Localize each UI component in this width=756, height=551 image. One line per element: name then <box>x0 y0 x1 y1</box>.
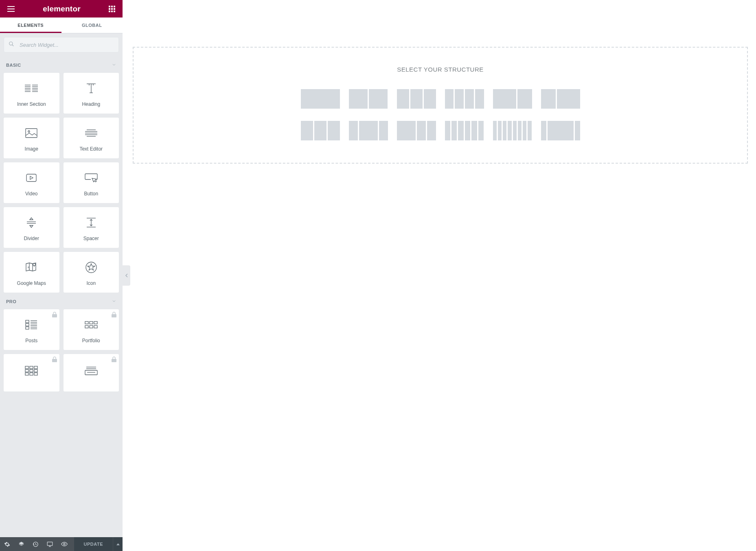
structure-column <box>523 121 526 140</box>
structure-option[interactable] <box>445 121 484 140</box>
widget-divider[interactable]: Divider <box>4 207 59 248</box>
widget-text-editor[interactable]: Text Editor <box>64 118 119 158</box>
svg-rect-58 <box>26 327 29 329</box>
svg-rect-70 <box>30 366 33 369</box>
tab-global[interactable]: GLOBAL <box>61 17 123 33</box>
update-options-button[interactable] <box>113 537 123 551</box>
structure-column <box>465 89 474 109</box>
slides-icon <box>85 363 98 378</box>
svg-rect-55 <box>26 324 29 326</box>
preview-button[interactable] <box>57 537 71 551</box>
widget-gallery[interactable] <box>4 354 59 391</box>
structure-option[interactable] <box>349 121 388 140</box>
spacer-icon <box>86 215 96 230</box>
svg-rect-75 <box>25 373 28 375</box>
widget-google-maps[interactable]: 8 Google Maps <box>4 252 59 293</box>
widget-label: Video <box>25 191 37 197</box>
widget-button[interactable]: Button <box>64 162 119 203</box>
structure-column <box>445 121 450 140</box>
svg-point-30 <box>28 131 30 132</box>
structure-row <box>301 89 580 109</box>
structure-column <box>541 89 556 109</box>
structure-column <box>349 121 358 140</box>
svg-rect-62 <box>85 321 88 324</box>
svg-rect-72 <box>25 370 28 372</box>
structure-option[interactable] <box>301 121 340 140</box>
widget-video[interactable]: Video <box>4 162 59 203</box>
widget-heading[interactable]: Heading <box>64 73 119 114</box>
widget-posts[interactable]: Posts <box>4 309 59 350</box>
category-pro-header[interactable]: PRO <box>4 293 119 309</box>
structure-column <box>369 89 388 109</box>
structure-option[interactable] <box>493 121 532 140</box>
structure-column <box>397 121 416 140</box>
menu-button[interactable] <box>5 4 17 14</box>
svg-rect-36 <box>26 174 36 181</box>
lock-icon <box>112 312 116 319</box>
widget-label: Posts <box>25 338 37 343</box>
panel-header: elementor <box>0 0 123 17</box>
svg-rect-1 <box>7 9 15 9</box>
structure-column <box>557 89 580 109</box>
structure-column <box>475 89 484 109</box>
collapse-panel-button[interactable] <box>123 265 130 286</box>
history-button[interactable] <box>28 537 43 551</box>
structure-option[interactable] <box>349 89 388 109</box>
svg-rect-68 <box>52 359 57 362</box>
svg-rect-71 <box>34 366 37 369</box>
widget-inner-section[interactable]: Inner Section <box>4 73 59 114</box>
search-wrap <box>0 33 123 56</box>
widget-image[interactable]: Image <box>4 118 59 158</box>
panel-body: BASIC Inner Section Heading Image Text E… <box>0 56 123 537</box>
responsive-button[interactable] <box>43 537 57 551</box>
widget-spacer[interactable]: Spacer <box>64 207 119 248</box>
structure-option[interactable] <box>301 89 340 109</box>
widget-icon[interactable]: Icon <box>64 252 119 293</box>
structure-option[interactable] <box>541 89 580 109</box>
svg-rect-83 <box>47 542 53 545</box>
update-button[interactable]: UPDATE <box>74 537 113 551</box>
structure-option[interactable] <box>397 121 436 140</box>
chevron-left-icon <box>125 273 128 278</box>
structure-column <box>301 121 313 140</box>
apps-button[interactable] <box>106 3 118 15</box>
widget-label: Inner Section <box>17 101 46 107</box>
navigator-button[interactable] <box>14 537 28 551</box>
structure-option[interactable] <box>397 89 436 109</box>
chevron-down-icon <box>112 61 116 69</box>
structure-column <box>513 121 517 140</box>
history-icon <box>33 541 39 547</box>
search-input[interactable] <box>4 37 119 52</box>
hamburger-icon <box>7 6 15 12</box>
layers-icon <box>18 541 24 547</box>
panel-footer: UPDATE <box>0 537 123 551</box>
svg-point-86 <box>64 543 65 545</box>
structure-column <box>458 121 463 140</box>
svg-rect-6 <box>109 8 110 10</box>
svg-rect-76 <box>30 373 33 375</box>
button-icon <box>85 171 98 185</box>
svg-rect-69 <box>25 366 28 369</box>
category-title: BASIC <box>6 63 21 68</box>
svg-rect-7 <box>111 8 113 10</box>
widget-label: Spacer <box>83 236 99 241</box>
star-icon <box>85 260 97 275</box>
settings-button[interactable] <box>0 537 14 551</box>
desktop-icon <box>47 541 53 547</box>
category-basic-header[interactable]: BASIC <box>4 56 119 73</box>
structure-option[interactable] <box>493 89 532 109</box>
structure-column <box>301 89 340 109</box>
svg-rect-52 <box>26 320 29 323</box>
tab-elements[interactable]: ELEMENTS <box>0 17 61 33</box>
heading-icon <box>85 81 97 96</box>
eye-icon <box>61 542 68 547</box>
structure-column <box>379 121 388 140</box>
widget-portfolio[interactable]: Portfolio <box>64 309 119 350</box>
svg-rect-51 <box>52 314 57 317</box>
lock-icon <box>112 356 116 364</box>
structure-option[interactable] <box>541 121 580 140</box>
structure-column <box>410 89 423 109</box>
structure-option[interactable] <box>445 89 484 109</box>
widget-slides[interactable] <box>64 354 119 391</box>
lock-icon <box>52 312 57 319</box>
